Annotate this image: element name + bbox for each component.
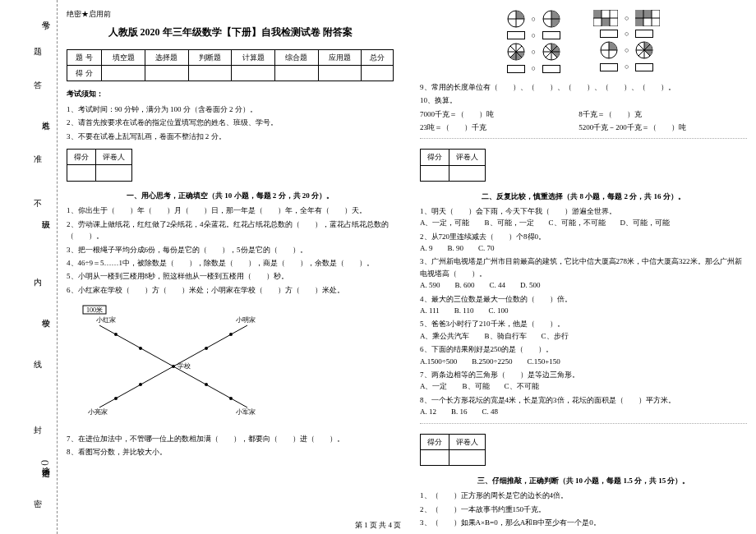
q2-8: 8、一个长方形花坛的宽是4米，长是宽的3倍，花坛的面积是（ ）平方米。 A. 1…	[420, 394, 747, 418]
q2-6: 6、下面的结果刚好是250的是（ ）。 A.1500÷500B.2500÷225…	[420, 343, 747, 367]
score-h0: 题 号	[67, 49, 102, 65]
q10-1: 7000千克＝（ ）吨	[420, 108, 577, 120]
svg-rect-36	[643, 10, 652, 18]
bind-mark-1: 答	[31, 74, 43, 85]
bind-mark-6: 封	[31, 419, 43, 430]
score-h4: 计算题	[232, 49, 275, 65]
q2-4: 4、最大的三位数是最大一位数的（ ）倍。 A. 111B. 110C. 100	[420, 293, 747, 317]
grid-icon	[635, 10, 660, 26]
pie-icon	[542, 10, 560, 28]
pie-group: ○ ○ ○ ○	[507, 8, 560, 76]
pie-icon	[542, 43, 560, 61]
score-row-label: 得 分	[67, 65, 102, 81]
right-column: ○ ○ ○ ○	[415, 8, 752, 518]
page-footer: 第 1 页 共 4 页	[0, 520, 756, 531]
svg-point-9	[205, 347, 208, 350]
q1-5: 5、小明从一楼到三楼用8秒，照这样他从一楼到五楼用（ ）秒。	[67, 270, 394, 282]
conversion-row: 7000千克＝（ ）吨 8千克＝（ ）克	[420, 108, 747, 120]
q3-1: 1、（ ）正方形的周长是它的边长的4倍。	[420, 490, 747, 501]
q10-2: 8千克＝（ ）克	[579, 108, 735, 120]
diagram-scale: 100米	[86, 306, 103, 314]
q2-5: 5、爸爸3小时行了210千米，他是（ ）。 A、乘公共汽车B、骑自行车C、步行	[420, 318, 747, 342]
bind-mark-3: 不	[31, 193, 43, 205]
section2-title: 二、反复比较，慎重选择（共 8 小题，每题 2 分，共 16 分）。	[420, 191, 747, 202]
page-wrap: 绝密★启用前 人教版 2020 年三年级数学【下册】自我检测试卷 附答案 题 号…	[62, 8, 752, 518]
conversion-row2: 23吨＝（ ）千克 5200千克－200千克＝（ ）吨	[420, 122, 747, 133]
bind-mark-7: 密	[31, 493, 43, 504]
pie-icon	[507, 43, 525, 61]
grader-table-2: 得分评卷人	[420, 149, 486, 182]
left-column: 绝密★启用前 人教版 2020 年三年级数学【下册】自我检测试卷 附答案 题 号…	[62, 8, 399, 518]
diagram-center: 学校	[177, 362, 191, 370]
notice-1: 1、考试时间：90 分钟，满分为 100 分（含卷面分 2 分）。	[67, 104, 394, 115]
bind-label-5: 乡镇(街道)	[39, 460, 51, 466]
pie-icon	[600, 41, 618, 59]
secret-label: 绝密★启用前	[67, 8, 394, 20]
svg-point-10	[139, 383, 142, 386]
score-h7: 总分	[362, 49, 394, 65]
q10-4: 5200千克－200千克＝（ ）吨	[579, 122, 735, 133]
section3-title: 三、仔细推敲，正确判断（共 10 小题，每题 1.5 分，共 15 分）。	[420, 475, 747, 486]
diagram-sw: 小亮家	[88, 408, 108, 416]
exam-title: 人教版 2020 年三年级数学【下册】自我检测试卷 附答案	[67, 25, 394, 40]
score-h2: 选择题	[145, 49, 188, 65]
mini-c1: 得分	[67, 149, 96, 164]
svg-point-7	[229, 397, 233, 400]
q2-2: 2、从720里连续减去（ ）个8得0。 A. 9B. 90C. 70	[420, 231, 747, 255]
binding-column: 学号 题 答 姓名 准 不 班级 内 学校 线 封 乡镇(街道) 密	[0, 0, 58, 534]
svg-point-11	[114, 397, 118, 400]
score-h3: 判断题	[188, 49, 232, 65]
q2-3: 3、广州新电视塔是广州市目前最高的建筑，它比中信大厦高278米，中信大厦高322…	[420, 255, 747, 291]
grader-table-1: 得分评卷人	[67, 149, 132, 182]
fraction-diagrams: ○ ○ ○ ○	[420, 8, 747, 76]
pie-icon	[635, 41, 653, 59]
q1-9: 9、常用的长度单位有（ ）、（ ）、（ ）、（ ）、（ ）。	[420, 81, 747, 93]
score-h6: 应用题	[318, 49, 362, 65]
q1-1: 1、你出生于（ ）年（ ）月（ ）日，那一年是（ ）年，全年有（ ）天。	[67, 205, 394, 216]
bind-mark-0: 题	[31, 41, 43, 53]
svg-point-5	[172, 365, 175, 368]
q1-6: 6、小红家在学校（ ）方（ ）米处；小明家在学校（ ）方（ ）米处。	[67, 284, 394, 296]
bind-mark-4: 内	[31, 271, 43, 283]
svg-rect-29	[593, 10, 602, 18]
map-diagram: 100米 小红家 小明家 学校 小亮家 小军家	[67, 301, 280, 424]
pie-icon	[507, 10, 525, 28]
q1-7: 7、在进位加法中，不管哪一位上的数相加满（ ），都要向（ ）进（ ）。	[67, 433, 394, 444]
svg-point-8	[229, 333, 233, 336]
score-table: 题 号 填空题 选择题 判断题 计算题 综合题 应用题 总分 得 分	[67, 49, 394, 82]
notice-3: 3、不要在试卷上乱写乱画，卷面不整洁扣 2 分。	[67, 131, 394, 142]
notice-heading: 考试须知：	[67, 88, 394, 99]
section1-title: 一、用心思考，正确填空（共 10 小题，每题 2 分，共 20 分）。	[67, 190, 394, 201]
q1-4: 4、46÷9＝5……1中，被除数是（ ），除数是（ ），商是（ ），余数是（ ）…	[67, 257, 394, 269]
grid-icon	[593, 10, 618, 26]
svg-point-6	[205, 383, 208, 386]
q3-2: 2、（ ）一本故事书约重150千克。	[420, 504, 747, 515]
score-h1: 填空题	[102, 49, 145, 65]
grid-group: ○ ○ ○ ○	[593, 8, 660, 76]
svg-point-3	[114, 333, 118, 336]
grader-table-3: 得分评卷人	[420, 434, 486, 467]
q1-2: 2、劳动课上做纸花，红红做了2朵纸花，4朵蓝花。红花占纸花总数的（ ），蓝花占纸…	[67, 219, 394, 242]
svg-point-4	[139, 347, 142, 350]
bind-mark-2: 准	[31, 148, 43, 159]
diagram-ne: 小明家	[236, 316, 256, 324]
q1-8: 8、看图写分数，并比较大小。	[67, 446, 394, 458]
q2-1: 1、明天（ ）会下雨，今天下午我（ ）游遍全世界。 A、一定，可能B、可能，一定…	[420, 205, 747, 229]
score-h5: 综合题	[274, 49, 318, 65]
q1-3: 3、把一根绳子平均分成6份，每份是它的（ ），5份是它的（ ）。	[67, 244, 394, 255]
diagram-nw: 小红家	[96, 316, 116, 324]
q10-3: 23吨＝（ ）千克	[420, 122, 577, 133]
notice-2: 2、请首先按要求在试卷的指定位置填写您的姓名、班级、学号。	[67, 117, 394, 128]
q1-10-title: 10、换算。	[420, 94, 747, 106]
mini-c2: 评卷人	[96, 149, 132, 164]
svg-rect-30	[602, 18, 610, 26]
diagram-se: 小军家	[236, 408, 256, 416]
bind-mark-5: 线	[31, 353, 43, 365]
q2-7: 7、两条边相等的三角形（ ）是等边三角形。 A、一定B、可能C、不可能	[420, 369, 747, 393]
